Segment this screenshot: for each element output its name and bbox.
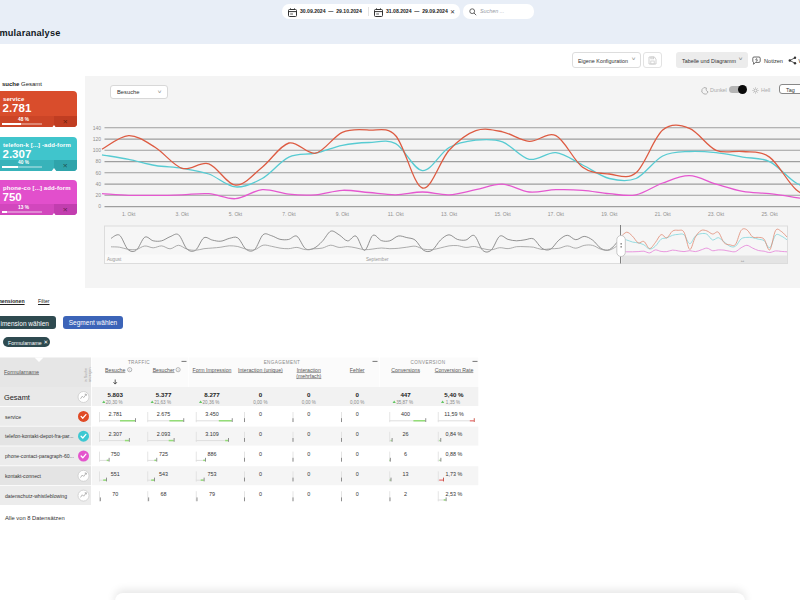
svg-text:2.781: 2.781 [108, 411, 122, 417]
svg-text:Besucher: Besucher [153, 367, 175, 373]
svg-text:2.093: 2.093 [157, 431, 171, 437]
svg-text:2.307: 2.307 [108, 431, 122, 437]
svg-text:725: 725 [159, 451, 168, 457]
svg-text:Formularname: Formularname [4, 369, 39, 375]
svg-text:0: 0 [259, 491, 262, 497]
svg-text:447: 447 [400, 391, 411, 398]
svg-text:telefon-kontakt-depot-fra-par.: telefon-kontakt-depot-fra-par... [5, 433, 74, 439]
svg-text:Form Impression: Form Impression [193, 367, 232, 373]
svg-text:phone-contact-paragraph-60...: phone-contact-paragraph-60... [5, 453, 74, 459]
svg-text:Besuche: Besuche [105, 367, 125, 373]
svg-text:0,00 %: 0,00 % [253, 400, 267, 405]
svg-text:0: 0 [307, 471, 310, 477]
svg-text:0: 0 [356, 491, 359, 497]
svg-text:0: 0 [307, 451, 310, 457]
svg-text:0: 0 [307, 431, 310, 437]
svg-text:datenschutz-whistleblowing: datenschutz-whistleblowing [5, 493, 67, 499]
svg-text:79: 79 [209, 491, 215, 497]
svg-text:5.803: 5.803 [107, 391, 123, 398]
svg-text:0,00 %: 0,00 % [350, 400, 364, 405]
svg-text:70: 70 [112, 491, 118, 497]
svg-text:ENGAGEMENT: ENGAGEMENT [264, 360, 301, 365]
svg-text:0: 0 [307, 491, 310, 497]
svg-text:20,30 %: 20,30 % [106, 400, 123, 405]
svg-text:(mehrfach): (mehrfach) [296, 373, 321, 379]
svg-text:0: 0 [259, 411, 262, 417]
svg-text:68: 68 [161, 491, 167, 497]
svg-text:2.675: 2.675 [157, 411, 171, 417]
svg-text:0: 0 [356, 451, 359, 457]
svg-text:0: 0 [307, 411, 310, 417]
svg-text:0,88 %: 0,88 % [446, 451, 463, 457]
svg-text:2,53 %: 2,53 % [446, 491, 463, 497]
svg-text:0: 0 [356, 411, 359, 417]
svg-text:26: 26 [403, 431, 409, 437]
svg-text:21,63 %: 21,63 % [154, 400, 171, 405]
svg-text:Conversions: Conversions [391, 367, 420, 373]
svg-text:753: 753 [208, 471, 217, 477]
svg-text:1,35 %: 1,35 % [446, 400, 460, 405]
svg-text:11,59 %: 11,59 % [444, 411, 464, 417]
svg-text:Interaction (unique): Interaction (unique) [238, 367, 283, 373]
svg-text:Fehler: Fehler [350, 367, 365, 373]
svg-text:886: 886 [208, 451, 217, 457]
svg-text:0: 0 [307, 391, 311, 398]
svg-text:750: 750 [111, 451, 120, 457]
svg-text:0,00 %: 0,00 % [302, 400, 316, 405]
svg-text:service: service [5, 414, 21, 420]
svg-text:3.450: 3.450 [205, 411, 219, 417]
svg-text:0: 0 [259, 431, 262, 437]
svg-text:0: 0 [259, 391, 263, 398]
svg-text:3.109: 3.109 [205, 431, 219, 437]
svg-text:Gesamt: Gesamt [4, 393, 30, 402]
svg-text:1,73 %: 1,73 % [446, 471, 463, 477]
svg-text:20,36 %: 20,36 % [203, 400, 220, 405]
svg-text:0: 0 [355, 391, 359, 398]
svg-text:551: 551 [111, 471, 120, 477]
svg-text:kontakt-connect: kontakt-connect [5, 473, 42, 479]
svg-text:anzeigen: anzeigen [88, 367, 92, 382]
svg-text:0,84 %: 0,84 % [446, 431, 463, 437]
svg-text:TRAFFIC: TRAFFIC [128, 360, 150, 365]
svg-text:Conversion Rate: Conversion Rate [435, 367, 474, 373]
svg-text:CONVERSION: CONVERSION [411, 360, 446, 365]
svg-text:0: 0 [259, 471, 262, 477]
svg-text:6: 6 [404, 451, 407, 457]
svg-text:2: 2 [404, 491, 407, 497]
svg-text:5.377: 5.377 [156, 391, 172, 398]
svg-text:35,87 %: 35,87 % [396, 400, 413, 405]
svg-text:8.277: 8.277 [204, 391, 220, 398]
svg-text:0: 0 [259, 451, 262, 457]
svg-text:543: 543 [159, 471, 168, 477]
svg-text:400: 400 [401, 411, 410, 417]
svg-text:5,40 %: 5,40 % [444, 391, 464, 398]
svg-text:0: 0 [356, 431, 359, 437]
svg-text:13: 13 [403, 471, 409, 477]
svg-text:0: 0 [356, 471, 359, 477]
